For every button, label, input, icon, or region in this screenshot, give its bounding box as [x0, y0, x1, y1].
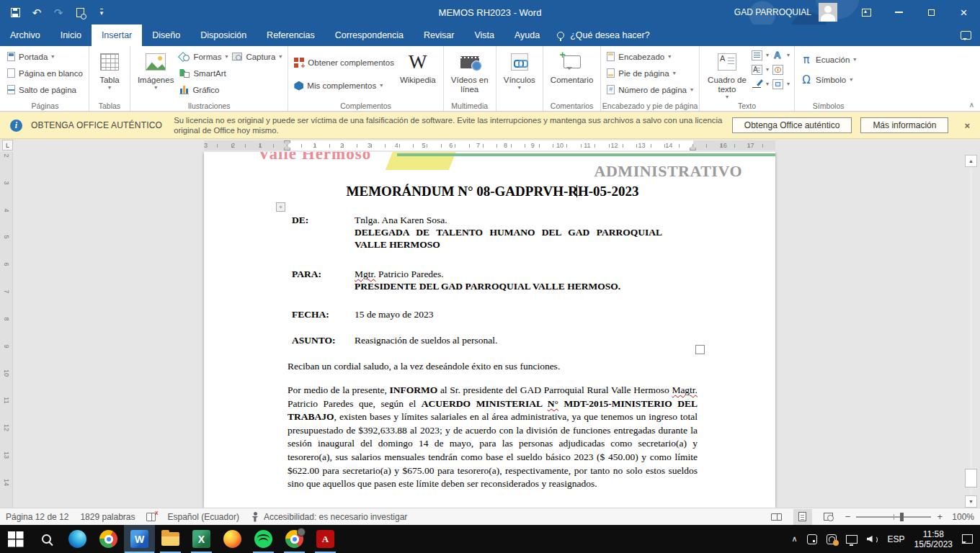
cuadro-de-texto-button[interactable]: Cuadro de texto ▾ [703, 48, 751, 102]
ribbon-display-options-button[interactable] [850, 0, 883, 24]
document-page[interactable]: Valle Hermoso ADMINISTRATIVO MEMORÁNDUM … [204, 152, 775, 508]
sync-tray-icon[interactable] [827, 534, 837, 544]
taskbar-explorer-button[interactable] [155, 525, 186, 553]
wikipedia-button[interactable]: W Wikipedia [396, 48, 440, 86]
keyboard-language[interactable]: ESP [888, 534, 905, 544]
imagenes-button[interactable]: Imágenes ▾ [134, 48, 178, 92]
restore-button[interactable] [915, 0, 948, 24]
zoom-slider-track[interactable] [856, 516, 931, 518]
taskbar-chrome-button[interactable] [93, 525, 124, 553]
tabla-button[interactable]: Tabla ▾ [93, 48, 126, 92]
tab-revisar[interactable]: Revisar [414, 24, 464, 46]
save-button[interactable] [9, 6, 22, 19]
tab-correspondencia[interactable]: Correspondencia [325, 24, 414, 46]
taskbar-spotify-button[interactable] [248, 525, 279, 553]
pagina-en-blanco-button[interactable]: Página en blanco [5, 65, 85, 81]
letra-capital-button[interactable]: ▾ [751, 64, 770, 76]
zoom-out-button[interactable]: − [845, 511, 851, 522]
mis-complementos-button[interactable]: Mis complementos▾ [292, 76, 396, 95]
clock[interactable]: 11:58 15/5/2023 [914, 529, 953, 549]
numero-de-pagina-button[interactable]: Número de página▾ [605, 81, 695, 98]
portada-button[interactable]: Portada▾ [5, 48, 85, 65]
taskbar-edge-button[interactable] [62, 525, 93, 553]
print-preview-button[interactable] [74, 6, 86, 19]
taskbar-start-button[interactable] [0, 525, 31, 553]
taskbar-search-button[interactable] [31, 525, 62, 553]
zoom-slider-thumb[interactable] [900, 513, 904, 521]
tab-stop-selector[interactable]: L [2, 140, 13, 150]
memo-field-line: PRESIDENTE DEL GAD PARROQUIAL VALLE HERM… [355, 280, 698, 292]
linea-de-firma-button[interactable]: ▾ [751, 78, 770, 90]
customize-qat-button[interactable]: ▾ [95, 6, 108, 19]
account-name[interactable]: GAD PARROQUIAL [734, 7, 811, 17]
tab-ayuda[interactable]: Ayuda [504, 24, 550, 46]
pie-de-pagina-button[interactable]: Pie de página▾ [605, 65, 695, 81]
minimize-button[interactable] [883, 0, 915, 24]
close-button[interactable]: × [948, 0, 980, 24]
acrobat-icon: A [316, 530, 334, 548]
tab-diseño[interactable]: Diseño [142, 24, 190, 46]
print-layout-button[interactable] [793, 509, 812, 525]
redo-button[interactable]: ↷ [52, 6, 65, 19]
undo-button[interactable]: ↶ [30, 6, 43, 19]
simbolo-button[interactable]: ΩSímbolo▾ [798, 71, 858, 89]
objeto-button[interactable]: ▾ [772, 78, 790, 90]
screenshot-icon [232, 53, 242, 60]
comentario-button[interactable]: Comentario [547, 48, 597, 86]
banner-close-button[interactable]: × [964, 120, 970, 131]
smartart-button[interactable]: SmartArt [177, 65, 230, 81]
action-center-button[interactable] [962, 534, 973, 544]
ecuacion-button[interactable]: πEcuación▾ [798, 51, 858, 68]
scroll-up-button[interactable]: ▲ [965, 155, 977, 167]
formas-button[interactable]: Formas▾ [177, 48, 230, 65]
vinculos-button[interactable]: Vínculos ▾ [500, 48, 539, 92]
tell-me-button[interactable]: ¿Qué desea hacer? [550, 24, 657, 46]
taskbar-excel-button[interactable]: X [186, 525, 217, 553]
tablet-mode-tray-icon[interactable] [807, 534, 817, 544]
elementos-rapidos-button[interactable]: ▾ [751, 50, 770, 61]
collapse-ribbon-button[interactable]: ∧ [969, 101, 974, 109]
videos-en-linea-button[interactable]: Vídeos en línea [447, 48, 492, 96]
table-resize-handle[interactable] [695, 345, 705, 354]
close-icon: × [961, 6, 968, 19]
avatar[interactable] [819, 3, 837, 22]
tab-vista[interactable]: Vista [464, 24, 504, 46]
tab-archivo[interactable]: Archivo [0, 24, 50, 46]
captura-button[interactable]: Captura▾ [230, 48, 284, 65]
tab-insertar[interactable]: Insertar [92, 24, 142, 46]
taskbar-chrome-profile-button[interactable] [279, 525, 310, 553]
tab-disposición[interactable]: Disposición [190, 24, 257, 46]
group-label-complementos: Complementos [288, 102, 442, 110]
scrollbar-thumb[interactable] [965, 469, 977, 487]
taskbar-acrobat-button[interactable]: A [310, 525, 341, 553]
encabezado-button[interactable]: Encabezado▾ [605, 48, 695, 65]
taskbar-word-button[interactable]: W [124, 525, 155, 553]
tab-inicio[interactable]: Inicio [50, 24, 92, 46]
tab-referencias[interactable]: Referencias [257, 24, 325, 46]
volume-tray-icon[interactable] [867, 534, 878, 544]
grafico-button[interactable]: Gráfico [177, 81, 230, 98]
table-move-handle[interactable]: + [276, 202, 285, 212]
wordart-button[interactable]: ▾ [772, 50, 790, 61]
scrollbar-track[interactable] [970, 168, 972, 495]
feedback-button[interactable] [961, 24, 971, 46]
zoom-in-button[interactable]: + [937, 511, 943, 522]
tray-chevron-button[interactable]: ∧ [792, 534, 798, 544]
taskbar-firefox-button[interactable] [217, 525, 248, 553]
more-info-button[interactable]: Más información [860, 117, 948, 133]
salto-de-pagina-button[interactable]: Salto de página [5, 81, 85, 98]
read-mode-button[interactable] [767, 509, 786, 525]
text-caret [576, 185, 577, 197]
fecha-y-hora-button[interactable] [772, 64, 784, 76]
accessibility-checker[interactable]: Accesibilidad: es necesario investigar [251, 512, 407, 522]
page-indicator[interactable]: Página 12 de 12 [6, 512, 68, 522]
network-tray-icon[interactable] [846, 535, 858, 544]
web-layout-button[interactable] [819, 509, 838, 525]
language-indicator[interactable]: Español (Ecuador) [167, 512, 239, 522]
obtener-complementos-button[interactable]: Obtener complementos [292, 53, 396, 72]
scroll-down-button[interactable]: ▼ [965, 495, 977, 508]
word-count[interactable]: 1829 palabras [80, 512, 135, 522]
proofing-error-icon[interactable] [146, 513, 156, 521]
zoom-percentage[interactable]: 100% [950, 512, 974, 522]
get-genuine-office-button[interactable]: Obtenga Office auténtico [732, 117, 852, 133]
